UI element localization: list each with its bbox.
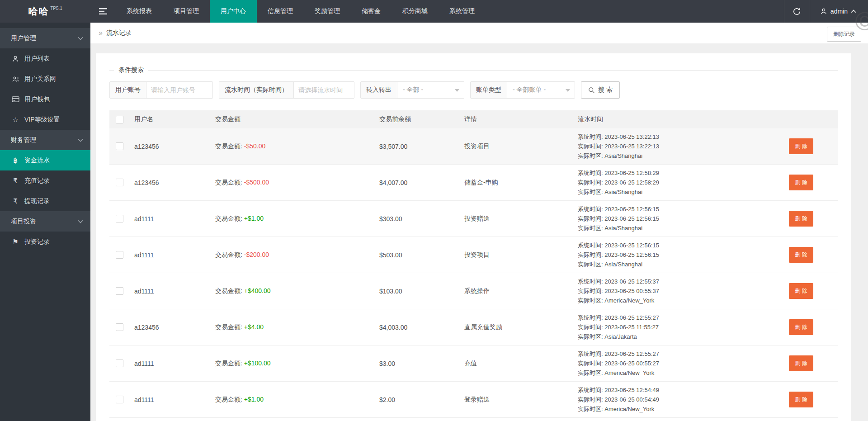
cell-detail: 投资项目: [464, 142, 578, 151]
user-menu[interactable]: admin: [810, 0, 868, 23]
delete-row-button[interactable]: 删 除: [789, 211, 813, 227]
app-version-badge: TP5.1: [50, 6, 62, 11]
bill-type-select[interactable]: - 全部账单 -: [507, 82, 575, 98]
sidebar-item-label: 用户关系网: [24, 75, 56, 83]
select-all-checkbox[interactable]: [116, 116, 123, 123]
bitcoin-icon: ฿: [11, 156, 20, 165]
sidebar-item[interactable]: ฿资金流水: [0, 150, 90, 170]
cell-balance: $4,007.00: [379, 179, 464, 186]
cell-time: 系统时间: 2023-06-25 13:22:13 实际时间: 2023-06-…: [578, 128, 769, 164]
sidebar-item[interactable]: ₹提现记录: [0, 191, 90, 211]
flag-icon: ⚑: [11, 238, 20, 246]
sidebar-item-label: 投资记录: [24, 238, 50, 246]
sidebar-group-header[interactable]: 用户管理: [0, 28, 90, 48]
sidebar-item-label: 资金流水: [24, 156, 50, 165]
sidebar-item[interactable]: ☆VIP等级设置: [0, 109, 90, 130]
star-icon: ☆: [11, 116, 20, 124]
rupee-icon: ₹: [11, 177, 20, 185]
delete-row-button[interactable]: 删 除: [789, 138, 813, 154]
delete-row-button[interactable]: 删 除: [789, 247, 813, 263]
sidebar-item[interactable]: 用户列表: [0, 48, 90, 69]
delete-row-button[interactable]: 删 除: [789, 175, 813, 190]
nav-item[interactable]: 系统报表: [116, 0, 163, 23]
menu-collapse-icon[interactable]: [90, 0, 116, 23]
sidebar-item[interactable]: 用户钱包: [0, 89, 90, 109]
row-checkbox[interactable]: [116, 142, 123, 150]
app-logo: 哈哈 TP5.1: [0, 0, 90, 23]
delete-row-button[interactable]: 删 除: [789, 355, 813, 371]
cell-time: 系统时间: 2023-06-25 12:55:27 实际时间: 2023-06-…: [578, 309, 769, 345]
nav-item[interactable]: 信息管理: [257, 0, 304, 23]
cell-balance: $303.00: [379, 215, 464, 222]
sidebar-group-header[interactable]: 财务管理: [0, 130, 90, 150]
delete-row-button[interactable]: 删 除: [789, 392, 813, 407]
wallet-icon: [11, 96, 20, 103]
row-checkbox[interactable]: [116, 360, 123, 367]
cell-username: ad1111: [134, 215, 215, 222]
app-title: 哈哈: [28, 5, 49, 18]
header-username: 用户名: [134, 115, 215, 123]
table-row: ad1111 交易金额: +$1.00 $2.00 登录赠送 系统时间: 202…: [109, 382, 838, 418]
flow-time-input[interactable]: [294, 82, 354, 98]
table-body: a123456 交易金额: -$50.00 $3,507.00 投资项目 系统时…: [109, 128, 838, 421]
search-button[interactable]: 搜 索: [581, 81, 620, 99]
cell-balance: $103.00: [379, 288, 464, 295]
row-checkbox[interactable]: [116, 251, 123, 259]
cell-balance: $3.00: [379, 360, 464, 367]
transfer-direction-label: 转入转出: [361, 82, 397, 98]
delete-row-button[interactable]: 删 除: [789, 283, 813, 299]
delete-records-button[interactable]: 删除记录: [827, 27, 861, 42]
navbar-right: admin: [784, 0, 868, 23]
cell-time: 系统时间: 2023-06-25 12:55:27 实际时间: 2023-06-…: [578, 345, 769, 381]
nav-item[interactable]: 奖励管理: [304, 0, 351, 23]
content-card: 条件搜索 用户账号 流水时间（实际时间） 转入转出 - 全部 -: [96, 53, 851, 421]
sidebar-group-label: 项目投资: [11, 218, 36, 226]
user-icon: [11, 55, 20, 62]
refresh-button[interactable]: [784, 0, 810, 23]
cell-amount: 交易金额: +$4.00: [215, 323, 379, 331]
search-fieldset: 条件搜索: [109, 66, 838, 74]
cell-username: ad1111: [134, 360, 215, 367]
sidebar-group-header[interactable]: 项目投资: [0, 211, 90, 232]
cell-username: ad1111: [134, 288, 215, 295]
breadcrumb: » 流水记录 删除记录: [90, 23, 868, 43]
cell-amount: 交易金额: +$400.00: [215, 287, 379, 295]
cell-detail: 储蓄金-申购: [464, 179, 578, 187]
sidebar-item-label: 用户列表: [24, 55, 50, 63]
delete-row-button[interactable]: 删 除: [789, 319, 813, 335]
cell-detail: 投资项目: [464, 251, 578, 259]
sidebar-item[interactable]: ₹充值记录: [0, 170, 90, 191]
sidebar-item-label: VIP等级设置: [24, 116, 60, 124]
cell-balance: $4,003.00: [379, 324, 464, 331]
user-account-input[interactable]: [146, 82, 213, 98]
flow-time-label: 流水时间（实际时间）: [219, 82, 294, 98]
row-checkbox[interactable]: [116, 323, 123, 331]
sidebar-item[interactable]: 用户关系网: [0, 69, 90, 89]
cell-detail: 投资赠送: [464, 215, 578, 223]
records-table: 用户名 交易金额 交易前余额 详情 流水时间 a123456 交易金额: -$5…: [109, 110, 838, 421]
nav-item[interactable]: 用户中心: [210, 0, 257, 23]
header-amount: 交易金额: [215, 115, 379, 123]
transfer-direction-select[interactable]: - 全部 -: [397, 82, 464, 98]
chevron-up-icon: [851, 9, 856, 13]
row-checkbox[interactable]: [116, 287, 123, 295]
nav-item[interactable]: 项目管理: [163, 0, 210, 23]
nav-item[interactable]: 储蓄金: [351, 0, 392, 23]
nav-item[interactable]: 积分商城: [392, 0, 439, 23]
row-checkbox[interactable]: [116, 179, 123, 186]
cell-amount: 交易金额: +$1.00: [215, 215, 379, 223]
nav-item[interactable]: 系统管理: [439, 0, 486, 23]
table-row: ad1111 交易金额: +$1.00 $303.00 投资赠送 系统时间: 2…: [109, 201, 838, 237]
cell-amount: 交易金额: -$200.00: [215, 251, 379, 259]
sidebar-group-label: 用户管理: [11, 34, 36, 43]
sidebar-item[interactable]: ⚑投资记录: [0, 232, 90, 252]
cell-detail: 系统操作: [464, 287, 578, 295]
row-checkbox[interactable]: [116, 215, 123, 222]
user-icon: [820, 8, 827, 15]
row-checkbox[interactable]: [116, 396, 123, 403]
cell-username: a123456: [134, 324, 215, 331]
cell-time: 系统时间: 2023-06-25 12:54:49 实际时间: 2023-06-…: [578, 382, 769, 417]
sidebar-item-label: 用户钱包: [24, 95, 50, 104]
table-row: ad1111 交易金额: +$400.00 $103.00 系统操作 系统时间:…: [109, 273, 838, 309]
page-title: 流水记录: [106, 29, 132, 37]
